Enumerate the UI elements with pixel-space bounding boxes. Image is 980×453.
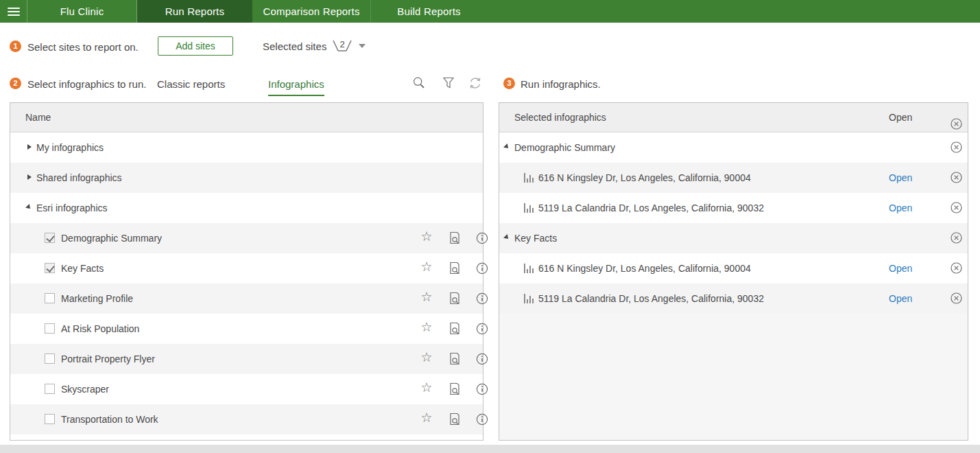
site-address: 616 N Kingsley Dr, Los Angeles, Californ…: [538, 172, 751, 183]
step-1-badge: 1: [10, 40, 21, 52]
favorite-star-icon[interactable]: ☆: [420, 380, 433, 394]
add-sites-button[interactable]: Add sites: [158, 36, 233, 56]
info-icon[interactable]: [475, 352, 489, 366]
remove-site-circled-x-icon[interactable]: [951, 202, 962, 213]
remove-group-circled-x-icon[interactable]: [951, 141, 962, 153]
favorite-star-icon[interactable]: ☆: [420, 290, 433, 303]
infographic-row-skyscraper[interactable]: Skyscraper ☆: [10, 374, 483, 404]
bar-chart-icon: [523, 293, 535, 304]
site-address: 616 N Kingsley Dr, Los Angeles, Californ…: [538, 263, 751, 274]
favorite-star-icon[interactable]: ☆: [420, 410, 433, 424]
expand-collapsed-icon[interactable]: [27, 144, 32, 150]
checkbox-unchecked[interactable]: [45, 323, 55, 334]
hamburger-menu-button[interactable]: [0, 0, 27, 23]
favorite-star-icon[interactable]: ☆: [420, 259, 433, 273]
expand-expanded-icon[interactable]: [503, 143, 510, 150]
expand-expanded-icon[interactable]: [503, 234, 510, 241]
name-column-header: Name: [10, 112, 51, 123]
checkbox-checked[interactable]: [45, 263, 55, 273]
site-address: 5119 La Calandria Dr, Los Angeles, Calif…: [538, 293, 764, 304]
infographic-label: Key Facts: [61, 263, 104, 274]
tab-run-reports[interactable]: Run Reports: [137, 0, 252, 23]
preview-icon[interactable]: [448, 382, 462, 396]
step-3-badge: 3: [503, 78, 515, 89]
favorite-star-icon[interactable]: ☆: [420, 350, 433, 364]
preview-icon[interactable]: [448, 292, 462, 305]
checkbox-unchecked[interactable]: [45, 384, 55, 394]
tab-comparison-reports[interactable]: Comparison Reports: [252, 0, 370, 23]
infographic-row-key-facts[interactable]: Key Facts ☆: [10, 253, 483, 283]
preview-icon[interactable]: [448, 262, 462, 275]
remove-all-circled-x-icon[interactable]: [951, 112, 962, 124]
checkbox-checked[interactable]: [45, 233, 55, 243]
infographic-row-marketing-profile[interactable]: Marketing Profile ☆: [10, 283, 483, 314]
info-icon[interactable]: [475, 262, 489, 275]
tab-build-reports[interactable]: Build Reports: [370, 0, 487, 23]
infographic-row-transportation-to-work[interactable]: Transportation to Work ☆: [10, 404, 483, 434]
top-navigation-bar: Flu Clinic Run Reports Comparison Report…: [0, 0, 980, 23]
checkbox-unchecked[interactable]: [45, 414, 55, 424]
preview-icon[interactable]: [448, 231, 462, 245]
infographic-label: Demographic Summary: [61, 233, 162, 244]
selected-sites-dropdown-caret[interactable]: [359, 44, 366, 48]
expand-collapsed-icon[interactable]: [27, 174, 32, 180]
info-icon[interactable]: [475, 413, 489, 426]
selected-sites-count-badge[interactable]: 2: [331, 38, 353, 54]
selected-site-row[interactable]: 616 N Kingsley Dr, Los Angeles, Californ…: [499, 163, 968, 193]
group-row-esri-infographics[interactable]: Esri infographics: [10, 193, 483, 223]
infographic-row-demographic-summary[interactable]: Demographic Summary ☆: [10, 223, 483, 253]
favorite-star-icon[interactable]: ☆: [420, 229, 433, 243]
search-icon[interactable]: [412, 76, 426, 90]
group-label: My infographics: [36, 142, 104, 153]
open-infographic-link[interactable]: Open: [889, 263, 912, 274]
filter-funnel-icon[interactable]: [442, 76, 455, 90]
selected-sites-count: 2: [331, 39, 353, 49]
remove-group-circled-x-icon[interactable]: [951, 232, 962, 244]
open-infographic-link[interactable]: Open: [889, 172, 912, 183]
selected-site-row[interactable]: 5119 La Calandria Dr, Los Angeles, Calif…: [499, 193, 968, 223]
tab-infographics[interactable]: Infographics: [268, 78, 324, 96]
bar-chart-icon: [523, 172, 535, 183]
selected-group-key-facts[interactable]: Key Facts: [499, 223, 968, 253]
selected-site-row[interactable]: 5119 La Calandria Dr, Los Angeles, Calif…: [499, 283, 968, 314]
group-row-shared-infographics[interactable]: Shared infographics: [10, 163, 483, 193]
infographic-row-at-risk-population[interactable]: At Risk Population ☆: [10, 314, 483, 344]
checkbox-unchecked[interactable]: [45, 293, 55, 303]
open-infographic-link[interactable]: Open: [889, 293, 912, 304]
info-icon[interactable]: [475, 382, 489, 396]
selected-group-label: Key Facts: [514, 233, 557, 244]
remove-site-circled-x-icon[interactable]: [951, 262, 962, 274]
step-2-badge: 2: [10, 78, 21, 89]
catalog-rows: My infographics Shared infographics Esri…: [10, 132, 483, 434]
infographic-label: Skyscraper: [61, 384, 109, 395]
selected-rows: Demographic Summary 616 N Kingsley Dr, L…: [499, 132, 968, 314]
infographics-catalog-panel: Name My infographics Shared infographics…: [10, 102, 483, 441]
infographic-label: Transportation to Work: [61, 414, 158, 425]
expand-expanded-icon[interactable]: [25, 204, 32, 211]
preview-icon[interactable]: [448, 352, 462, 366]
infographic-label: Portrait Property Flyer: [61, 353, 155, 364]
selected-infographics-panel: Selected infographics Open Demographic S…: [499, 102, 968, 441]
favorite-star-icon[interactable]: ☆: [420, 320, 433, 334]
refresh-icon[interactable]: [468, 76, 482, 90]
catalog-header: Name: [10, 103, 483, 132]
selected-site-row[interactable]: 616 N Kingsley Dr, Los Angeles, Californ…: [499, 253, 968, 283]
open-infographic-link[interactable]: Open: [889, 202, 912, 213]
checkbox-unchecked[interactable]: [45, 353, 55, 364]
selected-group-label: Demographic Summary: [514, 142, 615, 153]
info-icon[interactable]: [475, 292, 489, 305]
preview-icon[interactable]: [448, 413, 462, 426]
info-icon[interactable]: [475, 231, 489, 245]
infographic-row-portrait-property-flyer[interactable]: Portrait Property Flyer ☆: [10, 344, 483, 374]
remove-site-circled-x-icon[interactable]: [951, 292, 962, 304]
info-icon[interactable]: [475, 322, 489, 336]
remove-site-circled-x-icon[interactable]: [951, 172, 962, 183]
tab-classic-reports[interactable]: Classic reports: [157, 78, 225, 90]
selected-group-demographic-summary[interactable]: Demographic Summary: [499, 132, 968, 163]
step-2-label: Select infographics to run.: [27, 78, 146, 90]
project-name[interactable]: Flu Clinic: [27, 0, 137, 23]
bar-chart-icon: [523, 202, 535, 213]
group-row-my-infographics[interactable]: My infographics: [10, 132, 483, 163]
preview-icon[interactable]: [448, 322, 462, 336]
run-reports-page: Flu Clinic Run Reports Comparison Report…: [0, 0, 980, 453]
